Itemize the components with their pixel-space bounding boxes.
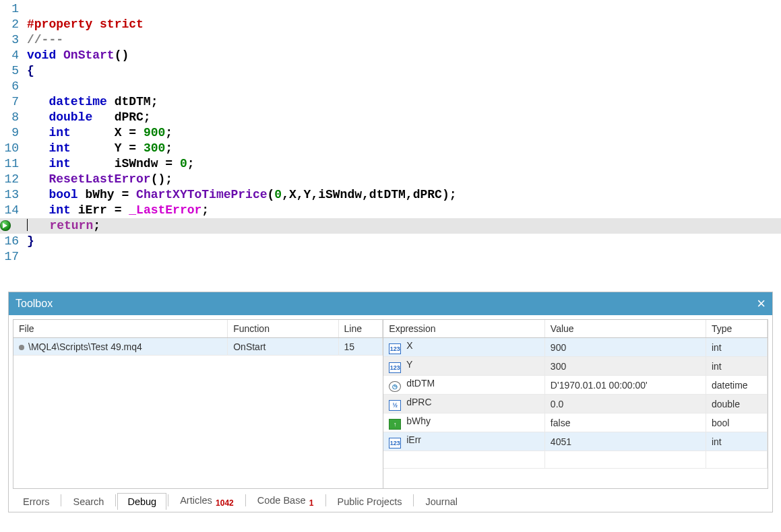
- watch-row[interactable]: ↑ bWhyfalsebool: [383, 413, 767, 432]
- code-content[interactable]: [24, 249, 781, 265]
- watch-row[interactable]: ½ dPRC0.0double: [383, 395, 767, 413]
- gutter-line-number[interactable]: [0, 218, 24, 234]
- code-line[interactable]: 16}: [0, 234, 781, 249]
- gutter-line-number[interactable]: 8: [0, 110, 24, 125]
- code-content[interactable]: bool bWhy = ChartXYToTimePrice(0,X,Y,iSW…: [24, 187, 781, 203]
- gutter-line-number[interactable]: 5: [0, 63, 24, 79]
- code-content[interactable]: int Y = 300;: [24, 141, 781, 156]
- toolbox-title: Toolbox: [15, 298, 53, 310]
- code-line[interactable]: 8 double dPRC;: [0, 110, 781, 125]
- column-header[interactable]: Function: [228, 320, 338, 338]
- gutter-line-number[interactable]: 10: [0, 141, 24, 156]
- code-line[interactable]: 4void OnStart(): [0, 48, 781, 63]
- code-content[interactable]: datetime dtDTM;: [24, 94, 781, 110]
- watch-type: [706, 451, 767, 469]
- code-content[interactable]: {: [24, 63, 781, 79]
- column-header[interactable]: Expression: [383, 320, 544, 338]
- gutter-line-number[interactable]: 12: [0, 172, 24, 187]
- watch-value: 300: [544, 357, 706, 376]
- gutter-line-number[interactable]: 3: [0, 32, 24, 48]
- column-header[interactable]: File: [13, 320, 228, 338]
- code-line[interactable]: 12 ResetLastError();: [0, 172, 781, 187]
- tab-separator: [245, 494, 246, 506]
- call-stack-pane[interactable]: FileFunctionLine \MQL4\Scripts\Test 49.m…: [13, 319, 383, 489]
- toolbox-titlebar[interactable]: Toolbox ×: [9, 292, 772, 315]
- code-line[interactable]: 17: [0, 249, 781, 265]
- code-line[interactable]: 3//---: [0, 32, 781, 48]
- watch-type: int: [706, 357, 767, 376]
- watch-value: D'1970.01.01 00:00:00': [544, 376, 706, 395]
- tab-separator: [115, 494, 116, 506]
- watch-pane[interactable]: ExpressionValueType 123 X900int123 Y300i…: [383, 319, 768, 489]
- close-icon[interactable]: ×: [757, 296, 766, 311]
- code-line[interactable]: return;: [0, 218, 781, 234]
- code-line[interactable]: 13 bool bWhy = ChartXYToTimePrice(0,X,Y,…: [0, 187, 781, 203]
- code-content[interactable]: //---: [24, 32, 781, 48]
- tab-journal[interactable]: Journal: [415, 493, 468, 510]
- breakpoint-icon[interactable]: [0, 220, 11, 231]
- tab-search[interactable]: Search: [63, 493, 114, 510]
- code-content[interactable]: int X = 900;: [24, 125, 781, 141]
- watch-row[interactable]: 123 Y300int: [383, 357, 767, 376]
- code-content[interactable]: ResetLastError();: [24, 172, 781, 187]
- code-line[interactable]: 10 int Y = 300;: [0, 141, 781, 156]
- code-content[interactable]: return;: [24, 218, 781, 234]
- type-icon: 123: [389, 362, 401, 373]
- watch-row[interactable]: 123 iErr4051int: [383, 432, 767, 451]
- watch-expression[interactable]: 123 iErr: [383, 432, 544, 451]
- column-header[interactable]: Type: [706, 320, 767, 338]
- type-icon: 123: [389, 343, 401, 354]
- watch-expression[interactable]: [383, 451, 544, 469]
- gutter-line-number[interactable]: 4: [0, 48, 24, 63]
- tab-errors[interactable]: Errors: [13, 493, 59, 510]
- watch-row[interactable]: ◷ dtDTMD'1970.01.01 00:00:00'datetime: [383, 376, 767, 395]
- column-header[interactable]: Value: [544, 320, 706, 338]
- code-content[interactable]: int iErr = _LastError;: [24, 203, 781, 218]
- code-line[interactable]: 5{: [0, 63, 781, 79]
- tab-separator: [168, 494, 168, 506]
- gutter-line-number[interactable]: 16: [0, 234, 24, 249]
- tab-public-projects[interactable]: Public Projects: [327, 493, 412, 510]
- gutter-line-number[interactable]: 17: [0, 249, 24, 265]
- gutter-line-number[interactable]: 14: [0, 203, 24, 218]
- type-icon: ↑: [389, 419, 401, 430]
- gutter-line-number[interactable]: 1: [0, 1, 24, 17]
- code-content[interactable]: #property strict: [24, 17, 781, 32]
- watch-expression[interactable]: ½ dPRC: [383, 395, 544, 413]
- watch-expression[interactable]: ◷ dtDTM: [383, 376, 544, 395]
- tab-badge: 1042: [214, 498, 234, 508]
- tab-debug[interactable]: Debug: [117, 493, 166, 510]
- code-line[interactable]: 11 int iSWndw = 0;: [0, 156, 781, 172]
- code-line[interactable]: 1: [0, 1, 781, 17]
- stack-line: 15: [338, 338, 383, 356]
- gutter-line-number[interactable]: 13: [0, 187, 24, 203]
- gutter-line-number[interactable]: 11: [0, 156, 24, 172]
- column-header[interactable]: Line: [338, 320, 383, 338]
- stack-frame-icon: [19, 345, 24, 350]
- gutter-line-number[interactable]: 9: [0, 125, 24, 141]
- gutter-line-number[interactable]: 6: [0, 79, 24, 94]
- tab-separator: [61, 494, 61, 506]
- watch-row[interactable]: 123 X900int: [383, 338, 767, 357]
- code-content[interactable]: double dPRC;: [24, 110, 781, 125]
- code-line[interactable]: 6: [0, 79, 781, 94]
- watch-row[interactable]: [383, 451, 767, 469]
- code-content[interactable]: }: [24, 234, 781, 249]
- tab-code-base[interactable]: Code Base 1: [247, 492, 324, 511]
- code-line[interactable]: 14 int iErr = _LastError;: [0, 203, 781, 218]
- code-line[interactable]: 9 int X = 900;: [0, 125, 781, 141]
- code-content[interactable]: int iSWndw = 0;: [24, 156, 781, 172]
- watch-expression[interactable]: 123 X: [383, 338, 544, 357]
- gutter-line-number[interactable]: 2: [0, 17, 24, 32]
- code-content[interactable]: [24, 79, 781, 94]
- code-editor[interactable]: 12#property strict3//---4void OnStart()5…: [0, 0, 781, 265]
- watch-expression[interactable]: ↑ bWhy: [383, 413, 544, 432]
- tab-articles[interactable]: Articles 1042: [170, 492, 244, 511]
- gutter-line-number[interactable]: 7: [0, 94, 24, 110]
- code-line[interactable]: 2#property strict: [0, 17, 781, 32]
- watch-expression[interactable]: 123 Y: [383, 357, 544, 376]
- code-content[interactable]: void OnStart(): [24, 48, 781, 63]
- code-content[interactable]: [24, 1, 781, 17]
- stack-row[interactable]: \MQL4\Scripts\Test 49.mq4OnStart15: [13, 338, 383, 356]
- code-line[interactable]: 7 datetime dtDTM;: [0, 94, 781, 110]
